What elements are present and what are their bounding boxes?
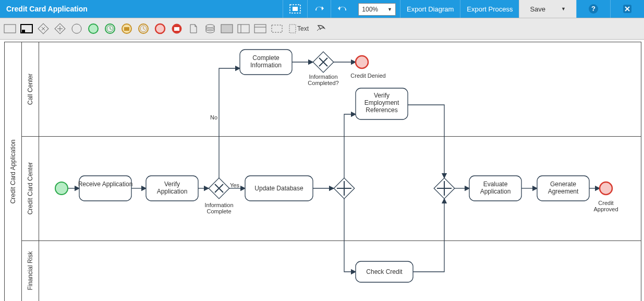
task-receive-application[interactable] <box>79 176 131 201</box>
svg-rect-27 <box>272 25 282 32</box>
tool-data-object[interactable] <box>187 22 200 35</box>
svg-rect-25 <box>254 25 266 33</box>
redo-button[interactable] <box>307 0 331 18</box>
tool-lane[interactable] <box>20 22 33 35</box>
svg-text:Check Credit: Check Credit <box>366 268 403 275</box>
end-event-approved[interactable] <box>600 182 612 195</box>
tool-gateway-parallel[interactable] <box>53 22 67 35</box>
tool-selection[interactable] <box>270 22 284 35</box>
zoom-select[interactable]: 100% ▼ <box>358 3 396 16</box>
svg-rect-28 <box>289 25 296 33</box>
tool-subprocess[interactable] <box>237 22 250 35</box>
export-diagram-button[interactable]: Export Diagram <box>400 0 460 18</box>
flow-label-no: No <box>210 114 217 121</box>
svg-line-29 <box>317 29 319 31</box>
tool-event-timer-catch[interactable] <box>137 22 150 35</box>
tool-text-label: Text <box>297 25 309 32</box>
tool-annotation[interactable] <box>314 22 327 35</box>
pool-header[interactable]: Credit Card Application <box>5 42 22 301</box>
svg-text:InformationComplete: InformationComplete <box>204 202 233 214</box>
svg-rect-5 <box>4 25 16 33</box>
tool-event-timer[interactable] <box>103 22 117 35</box>
svg-text:?: ? <box>591 5 596 13</box>
tool-event-message-catch[interactable] <box>120 22 133 35</box>
diagram-canvas[interactable]: Yes No Receive Application VerifyApplica… <box>22 42 641 301</box>
tool-event-none[interactable] <box>70 22 83 35</box>
text-icon <box>289 24 296 33</box>
svg-rect-23 <box>238 25 249 33</box>
svg-text:Update Database: Update Database <box>254 185 303 192</box>
close-button[interactable] <box>610 0 644 18</box>
tool-expanded-subprocess[interactable] <box>253 22 267 35</box>
tool-task[interactable] <box>220 22 234 35</box>
svg-rect-20 <box>174 27 179 31</box>
tool-event-message-throw[interactable] <box>170 22 184 35</box>
svg-point-10 <box>72 24 81 33</box>
pool-name: Credit Card Application <box>9 140 17 204</box>
tool-gateway-exclusive[interactable] <box>37 22 50 35</box>
caret-down-icon: ▼ <box>561 6 566 11</box>
fit-screen-button[interactable] <box>283 0 307 18</box>
svg-text:InformationCompleted?: InformationCompleted? <box>308 74 338 86</box>
help-button[interactable]: ? <box>576 0 610 18</box>
tool-event-end[interactable] <box>153 22 167 35</box>
svg-text:Credit Denied: Credit Denied <box>350 73 385 79</box>
svg-rect-22 <box>221 25 233 33</box>
svg-point-18 <box>155 24 165 33</box>
tool-pool[interactable] <box>3 22 17 35</box>
end-event-denied[interactable] <box>356 56 368 68</box>
svg-text:EvaluateApplication: EvaluateApplication <box>480 180 511 195</box>
save-button[interactable]: Save ▼ <box>519 0 576 18</box>
start-event[interactable] <box>55 182 68 195</box>
flow-label-yes: Yes <box>230 182 239 188</box>
undo-button[interactable] <box>331 0 354 18</box>
svg-rect-1 <box>293 7 298 11</box>
svg-rect-7 <box>22 30 25 32</box>
bpmn-pool[interactable]: Credit Card Application Call Center Cred… <box>4 42 641 301</box>
tool-event-start[interactable] <box>87 22 100 35</box>
svg-text:Receive Application: Receive Application <box>78 180 133 188</box>
svg-rect-15 <box>124 27 129 31</box>
page-title: Credit Card Application <box>0 0 283 18</box>
svg-point-11 <box>89 24 98 33</box>
zoom-value: 100% <box>362 6 378 13</box>
svg-point-21 <box>206 25 214 28</box>
tool-text[interactable]: Text <box>287 22 311 35</box>
caret-down-icon: ▼ <box>387 7 392 12</box>
svg-text:GenerateAgreement: GenerateAgreement <box>548 180 579 195</box>
svg-text:CreditApproved: CreditApproved <box>593 200 618 212</box>
export-process-button[interactable]: Export Process <box>460 0 519 18</box>
tool-data-store[interactable] <box>203 22 217 35</box>
svg-text:CompleteInformation: CompleteInformation <box>250 54 282 69</box>
shape-toolbar: Text <box>0 18 644 40</box>
